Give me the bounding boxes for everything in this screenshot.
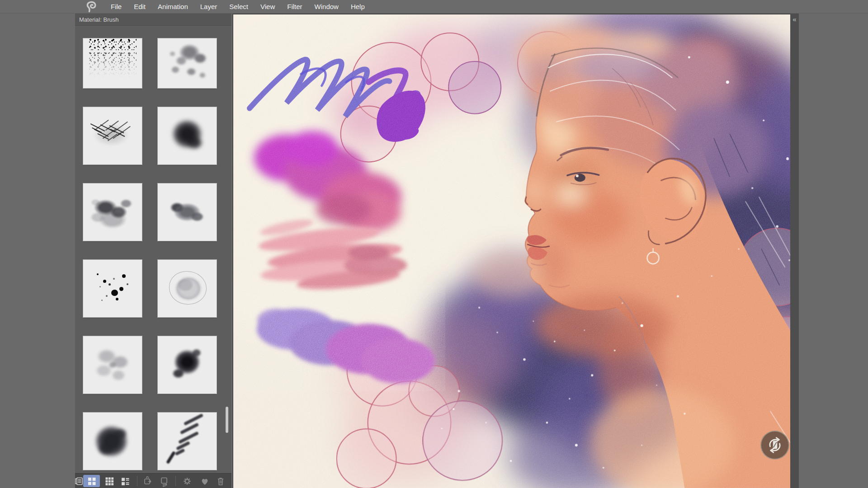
rotate-device-icon: [765, 436, 784, 455]
menu-item-help[interactable]: Help: [351, 0, 365, 14]
material-thumbnail[interactable]: [158, 413, 217, 470]
panel-scrollbar-thumb[interactable]: [226, 407, 228, 433]
trash-icon: [216, 476, 226, 486]
right-dock-strip: «: [790, 14, 799, 488]
crosshatch-scribble-texture: [83, 107, 142, 164]
blurry-dash-steps-texture: [158, 413, 217, 470]
material-thumbnail[interactable]: [83, 38, 142, 88]
menu-item-edit[interactable]: Edit: [134, 0, 146, 14]
grid-2x2-icon: [87, 476, 97, 486]
menu-item-animation[interactable]: Animation: [158, 0, 188, 14]
charcoal-ball-texture: [83, 413, 142, 470]
material-thumbnail[interactable]: [83, 413, 142, 470]
material-thumbnail[interactable]: [83, 183, 142, 241]
gear-icon: [182, 476, 193, 487]
faint-watercolor-ring-texture: [158, 260, 217, 317]
material-thumbnail[interactable]: [158, 107, 217, 164]
delete-material-button[interactable]: [213, 475, 228, 487]
canvas-area[interactable]: [232, 14, 790, 488]
menu-item-layer[interactable]: Layer: [200, 0, 217, 14]
material-thumbnail[interactable]: [83, 336, 142, 394]
heart-icon: [200, 476, 210, 486]
material-thumbnail[interactable]: [158, 260, 217, 317]
view-small-thumbnails-button[interactable]: [102, 475, 117, 487]
clip-studio-paint-logo: [85, 1, 98, 13]
soft-dark-blob-texture: [158, 107, 217, 164]
replace-material-button[interactable]: [157, 475, 172, 487]
material-thumbnail[interactable]: [158, 336, 217, 394]
favorite-material-button[interactable]: [197, 475, 212, 487]
expand-palette-chevron[interactable]: «: [790, 14, 799, 25]
material-panel-title: Material: Brush: [75, 14, 231, 26]
stipple-fade-texture: [89, 38, 137, 82]
paste-material-icon: [143, 476, 154, 487]
material-thumbnail[interactable]: [83, 107, 142, 164]
menu-item-window[interactable]: Window: [315, 0, 339, 14]
material-thumbnail-grid: [75, 26, 231, 473]
paste-material-button[interactable]: [141, 475, 156, 487]
smoke-wisp-texture: [83, 336, 142, 394]
material-panel-toolbar: [75, 473, 231, 488]
list-details-icon: [120, 476, 130, 486]
menu-items: FileEditAnimationLayerSelectViewFilterWi…: [0, 0, 365, 14]
menu-item-select[interactable]: Select: [229, 0, 248, 14]
menu-item-view[interactable]: View: [260, 0, 275, 14]
material-thumbnail[interactable]: [83, 260, 142, 317]
material-panel: Material: Brush: [75, 14, 231, 488]
artwork-watercolor-portrait: [233, 14, 790, 488]
gray-smudge-texture: [158, 183, 217, 241]
view-details-list-button[interactable]: [118, 475, 133, 487]
rotate-canvas-button[interactable]: [760, 431, 789, 460]
menu-bar: FileEditAnimationLayerSelectViewFilterWi…: [0, 0, 868, 14]
material-thumbnail[interactable]: [158, 183, 217, 241]
document-list-icon: [74, 476, 84, 486]
rough-dark-blob-texture: [158, 336, 217, 394]
toolbar-separator: [137, 476, 137, 486]
menu-item-file[interactable]: File: [111, 0, 122, 14]
soft-blob-cluster-texture: [158, 38, 217, 88]
material-thumbnail[interactable]: [158, 38, 217, 88]
watercolor-splotch-texture: [83, 183, 142, 241]
menu-item-filter[interactable]: Filter: [287, 0, 302, 14]
material-property-button[interactable]: [179, 475, 195, 487]
view-large-thumbnails-button[interactable]: [83, 475, 100, 487]
ink-splatter-texture: [83, 260, 142, 317]
grid-3x3-icon: [104, 476, 114, 486]
clip-studio-paint-window: FileEditAnimationLayerSelectViewFilterWi…: [0, 0, 868, 488]
toolbar-separator: [175, 476, 176, 486]
replace-material-icon: [159, 476, 170, 487]
